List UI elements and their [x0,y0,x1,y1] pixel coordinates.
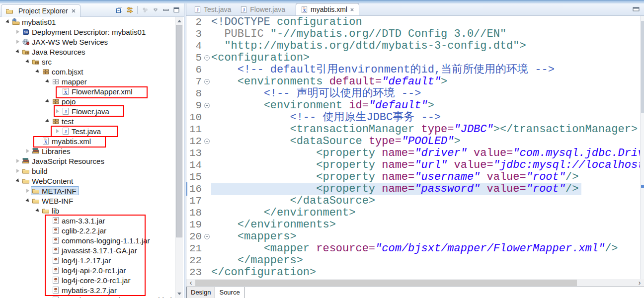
code-line[interactable]: 12 <dataSource type="POOLED"> [186,136,644,148]
tree-item-mapper[interactable]: mapper [0,76,175,86]
code-line-text: <configuration> [211,52,310,64]
tree-item-libraries[interactable]: Libraries [0,146,175,156]
code-line[interactable]: 16 <property name="password" value="root… [186,183,644,195]
code-line[interactable]: 9 <environment id="default"> [186,100,644,112]
code-line[interactable]: 15 <property name="username" value="root… [186,171,644,183]
collapse-arrow-icon[interactable] [24,196,32,206]
tree-item-web-inf[interactable]: WEB-INF [0,196,175,206]
scroll-down-icon[interactable] [175,290,183,298]
editor-horizontal-scrollbar[interactable]: ‹ › [186,279,644,287]
tree-item-javassist-3-17-1-ga-jar[interactable]: javassist-3.17.1-GA.jar [0,245,175,255]
code-line[interactable]: 20 <mappers> [186,231,644,243]
expand-arrow-icon[interactable] [54,106,62,116]
tree-item-mybatis-3-2-7-jar[interactable]: mybatis-3.2.7.jar [0,285,175,295]
tree-scrollbar-thumb[interactable] [176,25,182,237]
expand-arrow-icon[interactable] [14,27,22,37]
collapse-arrow-icon[interactable] [34,67,42,76]
collapse-all-icon[interactable] [115,5,124,14]
editor-hscroll-thumb[interactable] [195,280,577,286]
tree-item-log4j-core-2-0-rc1-jar[interactable]: log4j-core-2.0-rc1.jar [0,275,175,285]
close-tab-icon[interactable] [350,7,354,12]
tree-item-asm-3-3-1-jar[interactable]: asm-3.3.1.jar [0,216,175,225]
code-line[interactable]: 5<configuration> [186,52,644,64]
editor-tab-myabtis-xml[interactable]: Xmyabtis.xml [296,3,359,15]
focus-icon[interactable] [141,5,150,14]
tree-item-mysql-connector-java-5-1-30-bin-jar[interactable]: mysql-connector-java-5.1.30-bin.jar [0,295,175,298]
collapse-arrow-icon[interactable] [34,206,42,216]
tree-item-flower-java[interactable]: JFlower.java [0,106,175,116]
tree-item-mybatis01[interactable]: mybatis01 [0,17,175,27]
code-line[interactable]: 3 PUBLIC "-//mybatis.org//DTD Config 3.0… [186,28,644,40]
code-line[interactable]: 19 </environments> [186,219,644,231]
code-line[interactable]: 6 <!-- default引用environment的id,当前所使用的环境 … [186,64,644,76]
code-line[interactable]: 8 <!-- 声明可以使用的环境 --> [186,88,644,100]
editor-vertical-scrollbar[interactable] [640,16,644,279]
expand-arrow-icon[interactable] [54,126,62,136]
tree-item-myabtis-xml[interactable]: Xmyabtis.xml [0,136,175,146]
editor-tab-test-java[interactable]: JTest.java [189,3,236,15]
editor-vscroll-thumb[interactable] [641,21,644,113]
tree-item-flowermapper-xml[interactable]: XFlowerMapper.xml [0,86,175,96]
collapse-arrow-icon[interactable] [44,116,52,126]
code-line[interactable]: 18 </environment> [186,207,644,219]
fold-collapse-icon[interactable] [203,52,211,64]
link-with-editor-icon[interactable] [125,5,134,14]
tree-item-test-java[interactable]: JTest.java [0,126,175,136]
collapse-arrow-icon[interactable] [44,96,52,106]
expand-arrow-icon[interactable] [14,156,22,166]
collapse-arrow-icon[interactable] [14,47,22,57]
collapse-arrow-icon[interactable] [4,17,12,27]
expand-arrow-icon[interactable] [24,146,32,156]
tree-item-commons-logging-1-1-1-jar[interactable]: commons-logging-1.1.1.jar [0,235,175,245]
tree-item-webcontent[interactable]: WebContent [0,176,175,186]
fold-collapse-icon[interactable] [203,231,211,243]
code-editor[interactable]: 2<!DOCTYPE configuration3 PUBLIC "-//myb… [186,16,644,279]
view-menu-icon[interactable] [151,5,160,14]
tree-item-log4j-1-2-17-jar[interactable]: log4j-1.2.17.jar [0,255,175,265]
tree-item-pojo[interactable]: pojo [0,96,175,106]
code-line[interactable]: 10 <!-- 使用原生JDBC事务 --> [186,112,644,124]
fold-collapse-icon[interactable] [203,76,211,88]
tree-item-jax-ws-web-services[interactable]: JAX-WS Web Services [0,37,175,47]
tree-scrollbar[interactable] [175,17,183,298]
code-line[interactable]: 22 </mappers> [186,255,644,267]
tree-item-deployment-descriptor-mybatis01[interactable]: 3.0Deployment Descriptor: mybatis01 [0,27,175,37]
scroll-left-icon[interactable]: ‹ [187,279,194,287]
tree-item-lib[interactable]: lib [0,206,175,216]
tree-item-meta-inf[interactable]: META-INF [0,186,175,196]
expand-arrow-icon[interactable] [14,166,22,176]
code-line[interactable]: 11 <transactionManager type="JDBC"></tra… [186,124,644,136]
scroll-right-icon[interactable]: › [636,279,643,287]
scroll-up-icon[interactable] [175,17,183,25]
bottom-tab-design[interactable]: Design [186,287,215,298]
expand-arrow-icon[interactable] [14,37,22,47]
tree-item-java-resources[interactable]: Java Resources [0,47,175,57]
code-line[interactable]: 21 <mapper resource="com/bjsxt/mapper/Fl… [186,243,644,255]
tree-item-test[interactable]: test [0,116,175,126]
project-explorer-view-tab[interactable]: Project Explorer [1,4,80,17]
fold-collapse-icon[interactable] [203,136,211,148]
tree-item-build[interactable]: build [0,166,175,176]
code-line[interactable]: 7 <environments default="default"> [186,76,644,88]
collapse-arrow-icon[interactable] [14,176,22,186]
code-line[interactable]: 4 "http://mybatis.org/dtd/mybatis-3-conf… [186,40,644,52]
code-line[interactable]: 17 </dataSource> [186,195,644,207]
code-line[interactable]: 14 <property name="url" value="jdbc:mysq… [186,159,644,171]
close-view-icon[interactable] [71,8,76,13]
collapse-arrow-icon[interactable] [24,57,32,67]
fold-collapse-icon[interactable] [203,100,211,112]
tree-item-log4j-api-2-0-rc1-jar[interactable]: log4j-api-2.0-rc1.jar [0,265,175,275]
bottom-tab-source[interactable]: Source [215,287,244,298]
code-line[interactable]: 13 <property name="driver" value="com.my… [186,148,644,159]
editor-tab-flower-java[interactable]: JFlower.java [236,3,290,15]
maximize-icon[interactable] [172,5,181,14]
minimize-editor-icon[interactable] [632,5,640,12]
tree-item-javascript-resources[interactable]: JavaScript Resources [0,156,175,166]
tree-item-src[interactable]: src [0,57,175,67]
tree-item-cglib-2-2-2-jar[interactable]: cglib-2.2.2.jar [0,225,175,235]
collapse-arrow-icon[interactable] [44,76,52,86]
minimize-icon[interactable] [161,5,170,14]
code-line[interactable]: 23</configuration> [186,267,644,279]
code-line[interactable]: 2<!DOCTYPE configuration [186,16,644,28]
tree-item-com-bjsxt[interactable]: com.bjsxt [0,67,175,76]
